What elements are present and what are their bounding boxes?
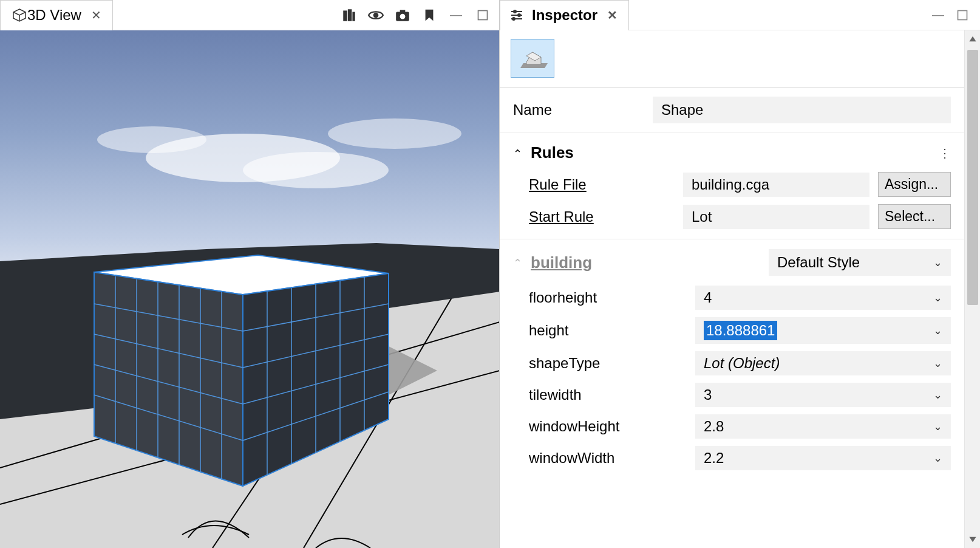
param-label: height [529, 322, 687, 339]
param-value-input[interactable]: 18.888861⌄ [695, 317, 951, 344]
3d-view-tab-title: 3D View [27, 7, 81, 24]
svg-point-44 [514, 10, 516, 13]
svg-rect-2 [352, 12, 355, 21]
camera-icon[interactable] [395, 7, 410, 23]
param-value-input[interactable]: 3⌄ [695, 383, 951, 407]
inspector-header: Inspector ✕ — [500, 0, 980, 30]
maximize-icon[interactable] [954, 7, 970, 23]
rule-file-value[interactable]: building.cga [683, 173, 869, 197]
svg-point-9 [243, 152, 389, 188]
style-select[interactable]: Default Style ⌄ [769, 249, 951, 276]
svg-rect-49 [958, 10, 967, 19]
param-label: shapeType [529, 355, 687, 372]
param-label: windowHeight [529, 418, 687, 435]
svg-point-10 [97, 126, 206, 153]
inspector-panel: Inspector ✕ — Name Shape [500, 0, 980, 548]
chevron-down-icon[interactable]: ⌄ [933, 324, 942, 337]
svg-rect-0 [343, 10, 347, 21]
chevron-down-icon[interactable]: ⌄ [933, 420, 942, 433]
param-value-input[interactable]: Lot (Object)⌄ [695, 351, 951, 375]
layers-icon[interactable] [341, 7, 357, 23]
name-row: Name Shape [500, 88, 964, 132]
bookmark-icon[interactable] [421, 7, 437, 23]
start-rule-value[interactable]: Lot [683, 205, 869, 229]
svg-rect-7 [478, 10, 488, 19]
3d-scene [0, 30, 499, 548]
style-value: Default Style [777, 254, 860, 271]
3d-viewport[interactable] [0, 30, 499, 548]
sliders-icon [509, 7, 525, 23]
param-row-windowWidth: windowWidth2.2⌄ [500, 442, 964, 474]
param-value-input[interactable]: 4⌄ [695, 286, 951, 310]
param-row-shapeType: shapeTypeLot (Object)⌄ [500, 348, 964, 379]
cube-icon [12, 7, 27, 23]
close-icon[interactable]: ✕ [89, 8, 104, 22]
start-rule-label[interactable]: Start Rule [529, 208, 650, 225]
close-icon[interactable]: ✕ [605, 8, 620, 22]
param-row-floorheight: floorheight4⌄ [500, 282, 964, 313]
inspector-tab-title: Inspector [532, 7, 597, 24]
svg-point-48 [512, 18, 515, 20]
svg-marker-54 [969, 537, 976, 542]
svg-point-5 [400, 13, 406, 19]
scroll-up-arrow[interactable] [965, 30, 980, 47]
shape-type-icon[interactable] [511, 39, 554, 78]
select-button[interactable]: Select... [878, 204, 951, 229]
chevron-down-icon[interactable]: ⌄ [933, 451, 942, 465]
scroll-down-arrow[interactable] [965, 531, 980, 548]
svg-rect-1 [348, 9, 352, 21]
3d-view-tab[interactable]: 3D View ✕ [0, 0, 113, 30]
svg-point-46 [518, 14, 520, 16]
svg-point-3 [374, 13, 378, 17]
building-section-header[interactable]: ⌄ building Default Style ⌄ [500, 239, 964, 282]
3d-view-toolbar: — [341, 7, 499, 23]
inspector-content: Name Shape ⌄ Rules ⋮ Rule File building.… [500, 30, 964, 548]
chevron-down-icon[interactable]: ⌄ [933, 357, 942, 370]
rule-file-row: Rule File building.cga Assign... [500, 168, 964, 200]
rule-file-label[interactable]: Rule File [529, 176, 650, 193]
param-row-tilewidth: tilewidth3⌄ [500, 379, 964, 411]
svg-rect-6 [400, 10, 406, 12]
rules-section-header[interactable]: ⌄ Rules ⋮ [500, 132, 964, 168]
start-rule-row: Start Rule Lot Select... [500, 200, 964, 233]
param-value-input[interactable]: 2.2⌄ [695, 446, 951, 470]
chevron-down-icon[interactable]: ⌄ [933, 291, 942, 304]
chevron-down-icon[interactable]: ⌄ [933, 388, 942, 402]
param-row-windowHeight: windowHeight2.8⌄ [500, 411, 964, 442]
svg-point-11 [328, 118, 461, 149]
name-input[interactable]: Shape [653, 97, 951, 123]
3d-view-header: 3D View ✕ — [0, 0, 499, 30]
more-options-icon[interactable]: ⋮ [939, 146, 951, 160]
scrollbar[interactable] [964, 30, 980, 548]
3d-view-panel: 3D View ✕ — [0, 0, 500, 548]
rules-label: Rules [531, 143, 574, 162]
param-row-height: height18.888861⌄ [500, 313, 964, 348]
name-label: Name [513, 101, 641, 118]
minimize-icon[interactable]: — [930, 7, 946, 23]
param-label: floorheight [529, 289, 687, 306]
building-label: building [531, 253, 592, 272]
chevron-down-icon: ⌄ [933, 256, 942, 269]
assign-button[interactable]: Assign... [878, 172, 951, 197]
maximize-icon[interactable] [475, 7, 491, 23]
svg-marker-53 [969, 36, 976, 41]
chevron-up-icon: ⌄ [513, 146, 522, 160]
inspector-tab[interactable]: Inspector ✕ [500, 0, 629, 30]
param-label: windowWidth [529, 450, 687, 467]
eye-icon[interactable] [368, 7, 384, 23]
param-label: tilewidth [529, 386, 687, 403]
param-value-input[interactable]: 2.8⌄ [695, 414, 951, 439]
chevron-up-icon: ⌄ [513, 256, 522, 269]
scroll-thumb[interactable] [967, 50, 978, 305]
minimize-icon[interactable]: — [448, 7, 464, 23]
